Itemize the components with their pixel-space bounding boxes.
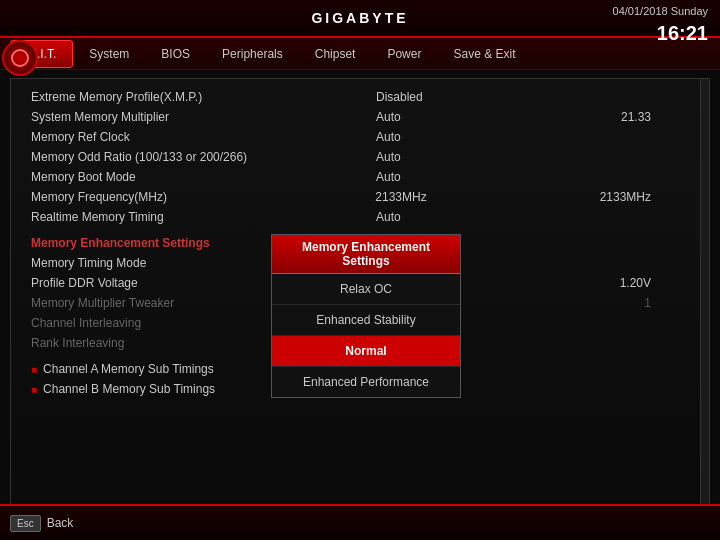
brand-title: GIGABYTE — [311, 10, 408, 26]
popup-overlay: Memory Enhancement Settings Relax OC Enh… — [11, 79, 709, 507]
nav-item-system[interactable]: System — [73, 41, 145, 67]
popup-item-normal[interactable]: Normal — [272, 336, 460, 367]
date-display: 04/01/2018 Sunday — [613, 5, 708, 17]
logo-area — [0, 38, 40, 78]
footer: Esc Back — [0, 504, 720, 540]
back-label: Back — [47, 516, 74, 530]
nav-item-bios[interactable]: BIOS — [145, 41, 206, 67]
popup-item-relaxoc[interactable]: Relax OC — [272, 274, 460, 305]
gigabyte-logo — [2, 40, 38, 76]
popup-title: Memory Enhancement Settings — [272, 235, 460, 274]
header: GIGABYTE 04/01/2018 Sunday 16:21 — [0, 0, 720, 38]
nav-item-save---exit[interactable]: Save & Exit — [437, 41, 531, 67]
datetime: 04/01/2018 Sunday 16:21 — [613, 4, 708, 47]
nav-item-chipset[interactable]: Chipset — [299, 41, 372, 67]
esc-key[interactable]: Esc — [10, 515, 41, 532]
enhancement-popup: Memory Enhancement Settings Relax OC Enh… — [271, 234, 461, 398]
logo-inner-ring — [11, 49, 29, 67]
main-content: Extreme Memory Profile(X.M.P.) Disabled … — [10, 78, 710, 508]
nav-item-power[interactable]: Power — [371, 41, 437, 67]
nav-item-peripherals[interactable]: Peripherals — [206, 41, 299, 67]
popup-item-enhanced-performance[interactable]: Enhanced Performance — [272, 367, 460, 397]
popup-item-enhanced-stability[interactable]: Enhanced Stability — [272, 305, 460, 336]
time-display: 16:21 — [613, 19, 708, 47]
